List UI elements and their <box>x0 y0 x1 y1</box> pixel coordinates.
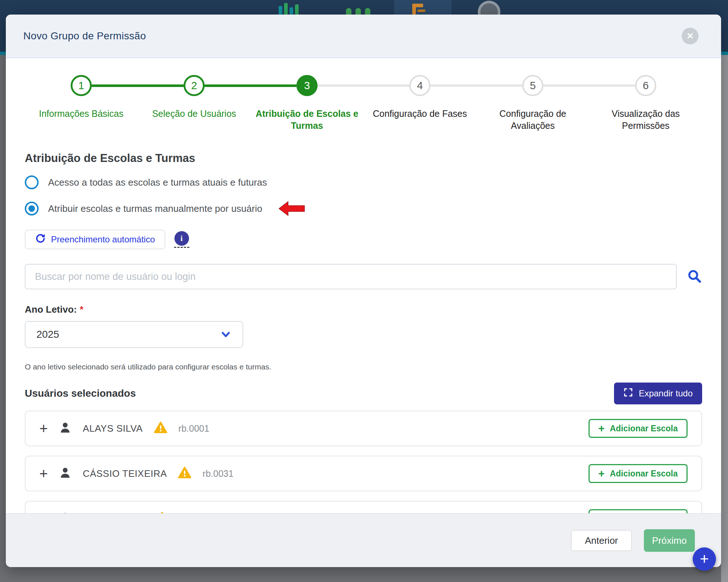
warning-icon <box>154 421 168 435</box>
user-name: ALAYS SILVA <box>83 423 142 434</box>
ano-letivo-label: Ano Letivo:* <box>25 304 702 315</box>
warning-icon <box>178 467 192 480</box>
radio-access-all[interactable]: Acesso a todas as escolas e turmas atuai… <box>25 174 702 191</box>
step-2-selecao-de-usuarios[interactable]: 2 Seleção de Usuários <box>138 75 251 131</box>
step-label: Atribuição de Escolas e Turmas <box>254 108 360 131</box>
step-circle[interactable]: 5 <box>522 75 543 96</box>
plus-icon: + <box>700 551 709 567</box>
search-input[interactable] <box>25 264 677 289</box>
add-school-label: Adicionar Escola <box>610 469 678 479</box>
step-label: Informações Básicas <box>39 108 123 120</box>
step-6-visualizacao-das-permissoes[interactable]: 6 Visualização das Permissões <box>589 75 702 131</box>
close-icon: ✕ <box>686 31 694 41</box>
chevron-down-icon <box>220 329 232 340</box>
floating-add-button[interactable]: + <box>693 547 716 571</box>
step-circle[interactable]: 3 <box>296 75 318 96</box>
user-icon <box>59 421 72 436</box>
user-name: CÁSSIO TEIXEIRA <box>83 468 167 479</box>
expand-row-button[interactable]: + <box>39 421 48 436</box>
expand-icon <box>623 388 633 399</box>
search-button[interactable] <box>687 269 702 285</box>
active-nav-tab[interactable] <box>394 0 452 15</box>
expand-row-button[interactable]: + <box>39 466 48 481</box>
section-heading: Atribuição de Escolas e Turmas <box>25 152 702 165</box>
radio-label: Acesso a todas as escolas e turmas atuai… <box>48 177 267 188</box>
add-school-button[interactable]: + Adicionar Escola <box>589 419 688 438</box>
search-icon <box>687 269 702 285</box>
user-icon <box>59 466 72 481</box>
user-login: rb.0001 <box>178 423 209 434</box>
info-tooltip-trigger[interactable]: i <box>174 231 189 248</box>
page-scrollbar[interactable] <box>721 55 728 582</box>
expand-all-label: Expandir tudo <box>639 388 693 399</box>
close-button[interactable]: ✕ <box>682 28 699 44</box>
step-label: Seleção de Usuários <box>152 108 236 120</box>
ano-letivo-label-text: Ano Letivo: <box>25 304 77 315</box>
new-permission-group-modal: Novo Grupo de Permissão ✕ 1 Informações … <box>6 15 721 567</box>
users-header: Usuários selecionados Expandir tudo <box>25 382 702 405</box>
step-circle[interactable]: 6 <box>635 75 656 96</box>
users-heading: Usuários selecionados <box>25 388 136 399</box>
ano-letivo-value: 2025 <box>36 329 59 340</box>
step-5-configuracao-de-avaliacoes[interactable]: 5 Configuração de Avaliações <box>476 75 589 131</box>
step-label: Configuração de Avaliações <box>480 108 586 131</box>
autofill-button[interactable]: Preenchimento automático <box>25 230 165 249</box>
step-label: Visualização das Permissões <box>593 108 699 131</box>
user-row: + CÁSSIO TEIXEIRA rb.0031 + Adicionar Es… <box>25 456 702 491</box>
add-school-button[interactable]: + Adicionar Escola <box>589 464 688 483</box>
expand-all-button[interactable]: Expandir tudo <box>614 383 702 404</box>
search-row <box>25 264 702 289</box>
ano-letivo-helper-text: O ano letivo selecionado será utilizado … <box>25 363 702 371</box>
user-login: rb.0031 <box>202 468 233 479</box>
radio-button-selected[interactable] <box>25 202 39 215</box>
autofill-label: Preenchimento automático <box>51 234 155 245</box>
wizard-stepper: 1 Informações Básicas 2 Seleção de Usuár… <box>25 75 702 131</box>
add-school-label: Adicionar Escola <box>610 424 678 433</box>
step-4-configuracao-de-fases[interactable]: 4 Configuração de Fases <box>363 75 476 131</box>
modal-body: 1 Informações Básicas 2 Seleção de Usuár… <box>6 75 721 537</box>
next-button[interactable]: Próximo <box>644 529 695 552</box>
step-circle[interactable]: 4 <box>409 75 430 96</box>
previous-button[interactable]: Anterior <box>571 530 632 551</box>
refresh-icon <box>35 233 46 246</box>
step-3-atribuicao-de-escolas[interactable]: 3 Atribuição de Escolas e Turmas <box>251 75 363 131</box>
ano-letivo-select[interactable]: 2025 <box>25 321 243 348</box>
step-circle[interactable]: 1 <box>71 75 92 96</box>
plus-icon: + <box>598 468 605 479</box>
info-icon: i <box>174 231 189 246</box>
radio-button[interactable] <box>25 175 39 189</box>
modal-title: Novo Grupo de Permissão <box>23 30 146 42</box>
step-1-informacoes-basicas[interactable]: 1 Informações Básicas <box>25 75 138 131</box>
radio-assign-manually[interactable]: Atribuir escolas e turmas manualmente po… <box>25 200 702 217</box>
step-circle[interactable]: 2 <box>184 75 205 96</box>
step-label: Configuração de Fases <box>373 108 467 120</box>
red-arrow-annotation-icon <box>278 201 305 216</box>
plus-icon: + <box>598 423 605 433</box>
modal-footer: Anterior Próximo <box>6 513 721 567</box>
user-row: + ALAYS SILVA rb.0001 + Adicionar Escola <box>25 411 702 446</box>
modal-header: Novo Grupo de Permissão ✕ <box>6 15 721 58</box>
radio-label: Atribuir escolas e turmas manualmente po… <box>48 203 262 214</box>
required-asterisk: * <box>80 304 83 315</box>
autofill-row: Preenchimento automático i <box>25 230 702 249</box>
